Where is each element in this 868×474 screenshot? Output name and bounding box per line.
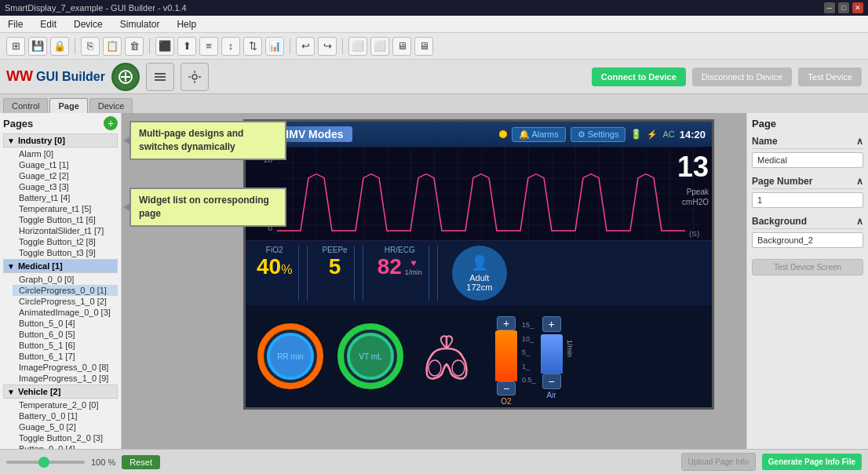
data-cell-fio2: FiO2 40 % <box>250 246 299 301</box>
toolbar-btn-9[interactable]: ≡ <box>199 37 218 56</box>
minimize-button[interactable]: ─ <box>824 2 835 13</box>
toolbar-sep-3 <box>290 38 290 54</box>
toolbar-btn-15[interactable]: 🖥 <box>392 37 411 56</box>
tree-item-guage-t2[interactable]: Guage_t2 [2] <box>13 170 118 181</box>
upload-page-info-button[interactable]: Upload Page Info <box>681 453 756 471</box>
toolbar-btn-5[interactable]: 📋 <box>103 37 122 56</box>
toolbar-btn-14[interactable]: ⬜ <box>370 37 389 56</box>
toolbar-redo[interactable]: ↪ <box>318 37 337 56</box>
toolbar-btn-2[interactable]: 💾 <box>28 37 47 56</box>
home-icon-button[interactable] <box>111 63 140 91</box>
tree-item-circleprogress-1[interactable]: CircleProgress_0_0 [1] <box>13 285 118 296</box>
tree-item-toggle-t2[interactable]: Toggle Button_t2 [8] <box>13 236 118 247</box>
menu-simulator[interactable]: Simulator <box>117 17 163 31</box>
test-device-screen-button[interactable]: Test Device Screen <box>752 259 863 275</box>
disconnect-button[interactable]: Disconnect to Device <box>692 67 792 86</box>
logo-text: GUI Builder <box>36 70 105 84</box>
tree-item-button-6-0[interactable]: Button_6_0 [5] <box>13 329 118 340</box>
list-icon-button[interactable] <box>146 63 174 91</box>
tree-group-vehicle-header[interactable]: ▼Vehicle [2] <box>3 385 118 399</box>
toolbar-undo[interactable]: ↩ <box>296 37 315 56</box>
tree-item-temperature-t1[interactable]: Temperature_t1 [5] <box>13 203 118 214</box>
close-button[interactable]: ✕ <box>852 2 863 13</box>
menu-edit[interactable]: Edit <box>37 17 60 31</box>
tree-group-medical-header[interactable]: ▼Medical [1] <box>3 259 118 273</box>
data-cell-peep: PEEPe 5 <box>315 246 354 301</box>
toolbar-btn-16[interactable]: 🖥 <box>414 37 433 56</box>
tree-item-button-6-1[interactable]: Button_6_1 [7] <box>13 351 118 362</box>
air-column: + − Air <box>541 316 563 399</box>
tab-device[interactable]: Device <box>89 98 133 113</box>
svg-rect-1 <box>155 73 166 75</box>
tree-item-guage-5[interactable]: Guage_5_0 [2] <box>13 421 118 432</box>
prop-background-value[interactable]: Background_2 <box>752 232 863 248</box>
prop-pagenumber-header[interactable]: Page Number ∧ <box>752 176 863 189</box>
tree-item-battery-0[interactable]: Battery_0_0 [1] <box>13 410 118 421</box>
hr-value: 82 <box>377 256 402 278</box>
toolbar-sep-2 <box>149 38 150 54</box>
connect-to-device-button[interactable]: Connect to Device <box>592 67 686 86</box>
menu-help[interactable]: Help <box>173 17 199 31</box>
toolbar-btn-10[interactable]: ↕ <box>221 37 240 56</box>
o2-plus-button[interactable]: + <box>497 316 516 330</box>
tree-group-industry-header[interactable]: ▼Industry [0] <box>3 133 118 148</box>
tree-item-imageprogress-2[interactable]: ImageProgress_1_0 [9] <box>13 373 118 384</box>
tree-item-animatedimage[interactable]: AnimatedImage_0_0 [3] <box>13 307 118 318</box>
menu-file[interactable]: File <box>5 17 26 31</box>
reset-button[interactable]: Reset <box>122 455 160 469</box>
tree-item-guage-t3[interactable]: Guage_t3 [3] <box>13 181 118 192</box>
toolbar-btn-3[interactable]: 🔒 <box>50 37 69 56</box>
alarm-button[interactable]: 🔔 Alarms <box>512 127 566 142</box>
data-panel: FiO2 40 % PEEPe 5 HR/ECG 82 <box>246 241 712 305</box>
toolbar-btn-13[interactable]: ⬜ <box>348 37 367 56</box>
tree-item-button-5-1[interactable]: Button_5_1 [6] <box>13 340 118 351</box>
tab-page[interactable]: Page <box>49 98 87 113</box>
menu-bar: File Edit Device Simulator Help <box>0 16 868 33</box>
tree-item-button-5-0[interactable]: Button_5_0 [4] <box>13 318 118 329</box>
toolbar-btn-8[interactable]: ⬆ <box>177 37 196 56</box>
toolbar-btn-7[interactable]: ⬛ <box>155 37 174 56</box>
prop-name-value[interactable]: Medical <box>752 152 863 168</box>
tree-item-toggle-2[interactable]: Toggle Button_2_0 [3] <box>13 432 118 443</box>
toolbar-sep-4 <box>342 38 343 54</box>
tooltip-multipage: Multi-page designs and switches dynamica… <box>129 121 286 160</box>
toolbar-btn-12[interactable]: 📊 <box>265 37 284 56</box>
tab-control[interactable]: Control <box>3 98 48 113</box>
prop-pagenumber-value[interactable]: 1 <box>752 192 863 208</box>
zoom-slider[interactable] <box>6 461 85 464</box>
tree-item-button-0[interactable]: Button_0_0 [4] <box>13 443 118 449</box>
maximize-button[interactable]: □ <box>838 2 849 13</box>
menu-device[interactable]: Device <box>71 17 106 31</box>
air-minus-button[interactable]: − <box>542 374 561 389</box>
test-device-button[interactable]: Test Device <box>798 67 862 86</box>
prop-background-header[interactable]: Background ∧ <box>752 216 863 229</box>
medical-group-label: Medical [1] <box>18 261 63 271</box>
tree-item-circleprogress-2[interactable]: CircleProgress_1_0 [2] <box>13 296 118 307</box>
toolbar-btn-6[interactable]: 🗑 <box>125 37 144 56</box>
o2-minus-button[interactable]: − <box>497 381 516 396</box>
air-plus-button[interactable]: + <box>542 316 561 332</box>
tree-item-temperature-2[interactable]: Temperature_2_0 [0] <box>13 399 118 410</box>
tree-item-toggle-t3[interactable]: Toggle Button_t3 [9] <box>13 247 118 258</box>
tree-item-guage-t1[interactable]: Guage_t1 [1] <box>13 159 118 170</box>
toolbar-btn-1[interactable]: ⊞ <box>6 37 25 56</box>
main-content: Pages + ▼Industry [0] Alarm [0] Guage_t1… <box>0 113 868 449</box>
toolbar-btn-4[interactable]: ⎘ <box>81 37 100 56</box>
tree-item-imageprogress-1[interactable]: ImageProgress_0_0 [8] <box>13 362 118 373</box>
logo-ww: WW <box>6 68 33 85</box>
settings-icon-button[interactable] <box>181 63 209 91</box>
title-bar: SmartDisplay_7_example - GUI Builder - v… <box>0 0 868 16</box>
generate-page-info-button[interactable]: Generate Page Info File <box>762 454 862 470</box>
tree-item-battery-t1[interactable]: Battery_t1 [4] <box>13 192 118 203</box>
settings-gear-button[interactable]: ⚙ Settings <box>571 127 626 142</box>
prop-name-header[interactable]: Name ∧ <box>752 136 863 149</box>
tree-item-alarm[interactable]: Alarm [0] <box>13 148 118 159</box>
waveform-area: cmH2O 20 10 0 (S) <box>246 147 712 241</box>
pages-title: Pages <box>3 118 33 129</box>
tree-item-graph[interactable]: Graph_0_0 [0] <box>13 274 118 285</box>
tree-item-slider-t1[interactable]: HorizontalSlider_t1 [7] <box>13 225 118 236</box>
tree-item-toggle-t1[interactable]: Toggle Button_t1 [6] <box>13 214 118 225</box>
add-page-button[interactable]: + <box>104 116 118 130</box>
toolbar-btn-11[interactable]: ⇅ <box>243 37 262 56</box>
waveform-svg: 20 10 0 (S) <box>246 147 712 240</box>
